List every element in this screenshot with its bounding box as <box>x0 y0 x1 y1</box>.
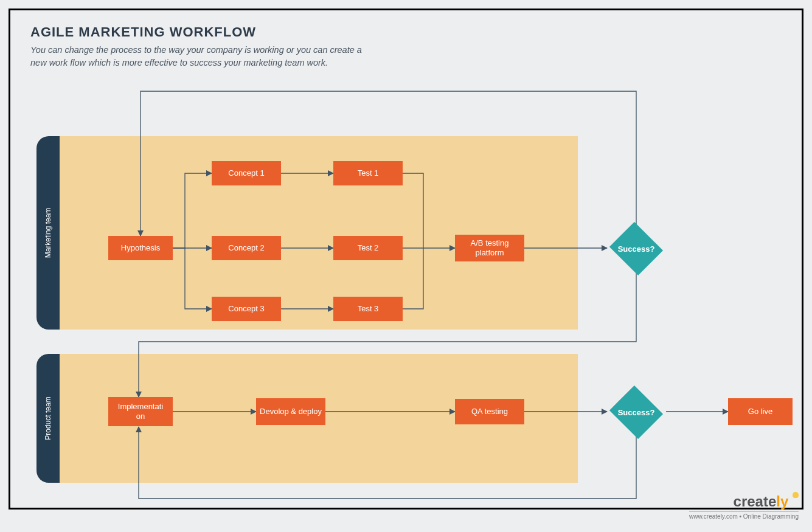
lane-label-marketing: Marketing team <box>44 208 52 258</box>
page-subtitle: You can change the process to the way yo… <box>30 44 377 69</box>
brand-text-a: create <box>734 493 777 510</box>
node-hypothesis[interactable]: Hypothesis <box>108 236 173 260</box>
node-success-1-label: Success? <box>606 230 667 268</box>
brand-logo: creately <box>689 493 799 510</box>
node-dev-deploy[interactable]: Devolop & deploy <box>256 398 325 425</box>
lane-label-product: Product team <box>44 396 52 440</box>
node-ab-testing[interactable]: A/B testing platform <box>455 235 524 261</box>
node-qa-testing[interactable]: QA testing <box>455 399 524 424</box>
page: AGILE MARKETING WORKFLOW You can change … <box>0 0 812 532</box>
node-test-3[interactable]: Test 3 <box>333 297 403 321</box>
footer-brand: creately www.creately.com • Online Diagr… <box>689 493 799 520</box>
node-success-1[interactable]: Success? <box>606 230 667 268</box>
node-success-2-label: Success? <box>606 393 667 431</box>
brand-tagline: www.creately.com • Online Diagramming <box>689 511 799 520</box>
bulb-icon <box>793 492 799 498</box>
node-concept-1[interactable]: Concept 1 <box>212 161 281 185</box>
node-go-live[interactable]: Go live <box>728 398 793 425</box>
lane-tab-product: Product team <box>36 354 60 483</box>
node-concept-2[interactable]: Concept 2 <box>212 236 281 260</box>
page-title: AGILE MARKETING WORKFLOW <box>30 24 256 40</box>
node-test-2[interactable]: Test 2 <box>333 236 403 260</box>
node-implementation[interactable]: Implementati on <box>108 397 173 426</box>
lane-body-marketing <box>60 136 578 330</box>
node-concept-3[interactable]: Concept 3 <box>212 297 281 321</box>
node-success-2[interactable]: Success? <box>606 393 667 431</box>
node-test-1[interactable]: Test 1 <box>333 161 403 185</box>
lane-tab-marketing: Marketing team <box>36 136 60 330</box>
brand-text-b: ly <box>776 493 788 510</box>
